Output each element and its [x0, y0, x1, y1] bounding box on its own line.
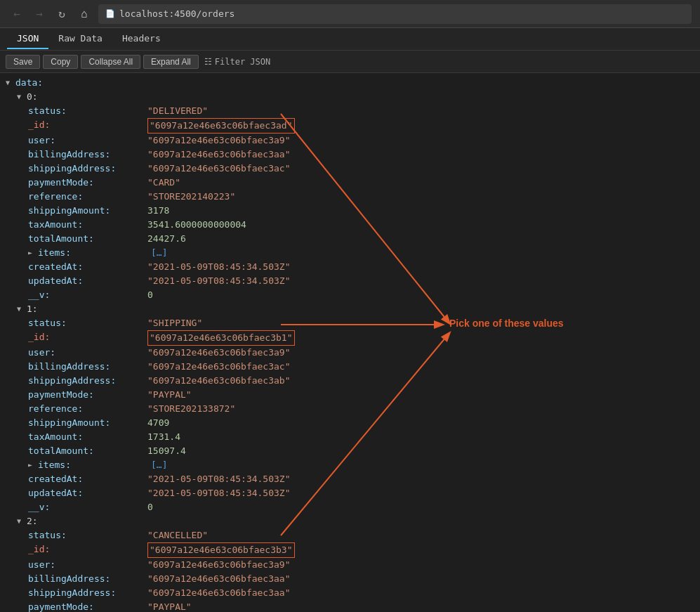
expand-all-button[interactable]: Expand All: [143, 55, 199, 69]
order-0-user: user: "6097a12e46e63c06bfaec3a9": [0, 134, 700, 148]
order-2-id-value: "6097a12e46e63c06bfaec3b3": [147, 542, 295, 558]
order-1-user: user: "6097a12e46e63c06bfaec3a9": [0, 346, 700, 360]
order-0-created: createdAt: "2021-05-09T08:45:34.503Z": [0, 260, 700, 274]
tab-headers[interactable]: Headers: [112, 29, 171, 49]
json-content: ▼ data: ▼ 0: status: "DELIVERED" _id: "6…: [0, 73, 700, 612]
order-0-reference: reference: "STORE202140223": [0, 190, 700, 204]
order-2-payment: paymentMode: "PAYPAL": [0, 600, 700, 612]
order-1-id: _id: "6097a12e46e63c06bfaec3b1": [0, 330, 700, 346]
data-root: ▼ data:: [0, 76, 700, 90]
order-1-billing: billingAddress: "6097a12e46e63c06bfaec3a…: [0, 360, 700, 374]
order-2-header: ▼ 2:: [0, 514, 700, 528]
tab-bar: JSON Raw Data Headers: [0, 28, 700, 51]
order-1-id-value: "6097a12e46e63c06bfaec3b1": [147, 330, 295, 346]
order-2-toggle[interactable]: ▼: [17, 514, 24, 528]
order-2-user: user: "6097a12e46e63c06bfaec3a9": [0, 558, 700, 572]
order-0-updated: updatedAt: "2021-05-09T08:45:34.503Z": [0, 274, 700, 288]
filter-section: ☷ Filter JSON: [204, 57, 270, 67]
toolbar: Save Copy Collapse All Expand All ☷ Filt…: [0, 51, 700, 73]
order-1-toggle[interactable]: ▼: [17, 302, 24, 316]
copy-button[interactable]: Copy: [43, 55, 78, 69]
browser-chrome: ← → ↻ ⌂ 📄 localhost:4500/orders: [0, 0, 700, 28]
order-1-reference: reference: "STORE202133872": [0, 402, 700, 416]
order-0-total: totalAmount: 24427.6: [0, 232, 700, 246]
forward-button[interactable]: →: [31, 6, 48, 22]
url-text: localhost:4500/orders: [119, 8, 235, 19]
order-0-id: _id: "6097a12e46e63c06bfaec3ad": [0, 118, 700, 134]
order-0-status: status: "DELIVERED": [0, 104, 700, 118]
order-0-shipping-amount: shippingAmount: 3178: [0, 204, 700, 218]
lock-icon: 📄: [105, 9, 115, 18]
order-1-tax: taxAmount: 1731.4: [0, 430, 700, 444]
order-2-shipping: shippingAddress: "6097a12e46e63c06bfaec3…: [0, 586, 700, 600]
order-0-payment: paymentMode: "CARD": [0, 176, 700, 190]
order-1-created: createdAt: "2021-05-09T08:45:34.503Z": [0, 472, 700, 486]
order-1-items: ► items: […]: [0, 458, 700, 472]
order-1-header: ▼ 1:: [0, 302, 700, 316]
order-0-items-toggle[interactable]: ►: [28, 246, 35, 260]
filter-icon: ☷: [204, 57, 212, 67]
order-2-status: status: "CANCELLED": [0, 528, 700, 542]
order-1-v: __v: 0: [0, 500, 700, 514]
tab-raw-data[interactable]: Raw Data: [48, 29, 112, 49]
order-0-tax: taxAmount: 3541.6000000000004: [0, 218, 700, 232]
home-button[interactable]: ⌂: [76, 6, 93, 22]
data-toggle[interactable]: ▼: [6, 76, 13, 90]
order-0-v: __v: 0: [0, 288, 700, 302]
order-1-items-toggle[interactable]: ►: [28, 458, 35, 472]
address-bar[interactable]: 📄 localhost:4500/orders: [98, 4, 692, 24]
filter-label[interactable]: Filter JSON: [215, 57, 270, 67]
order-0-billing: billingAddress: "6097a12e46e63c06bfaec3a…: [0, 148, 700, 162]
order-1-status: status: "SHIPPING": [0, 316, 700, 330]
order-0-items: ► items: […]: [0, 246, 700, 260]
order-0-shipping: shippingAddress: "6097a12e46e63c06bfaec3…: [0, 162, 700, 176]
tab-json[interactable]: JSON: [7, 29, 48, 49]
order-1-shipping: shippingAddress: "6097a12e46e63c06bfaec3…: [0, 374, 700, 388]
back-button[interactable]: ←: [8, 6, 25, 22]
order-1-payment: paymentMode: "PAYPAL": [0, 388, 700, 402]
order-1-total: totalAmount: 15097.4: [0, 444, 700, 458]
order-1-updated: updatedAt: "2021-05-09T08:45:34.503Z": [0, 486, 700, 500]
order-0-header: ▼ 0:: [0, 90, 700, 104]
order-2-billing: billingAddress: "6097a12e46e63c06bfaec3a…: [0, 572, 700, 586]
refresh-button[interactable]: ↻: [53, 6, 70, 22]
order-0-id-value: "6097a12e46e63c06bfaec3ad": [147, 118, 295, 134]
order-0-toggle[interactable]: ▼: [17, 90, 24, 104]
collapse-all-button[interactable]: Collapse All: [81, 55, 140, 69]
order-2-id: _id: "6097a12e46e63c06bfaec3b3": [0, 542, 700, 558]
order-1-shipping-amount: shippingAmount: 4709: [0, 416, 700, 430]
save-button[interactable]: Save: [6, 55, 40, 69]
